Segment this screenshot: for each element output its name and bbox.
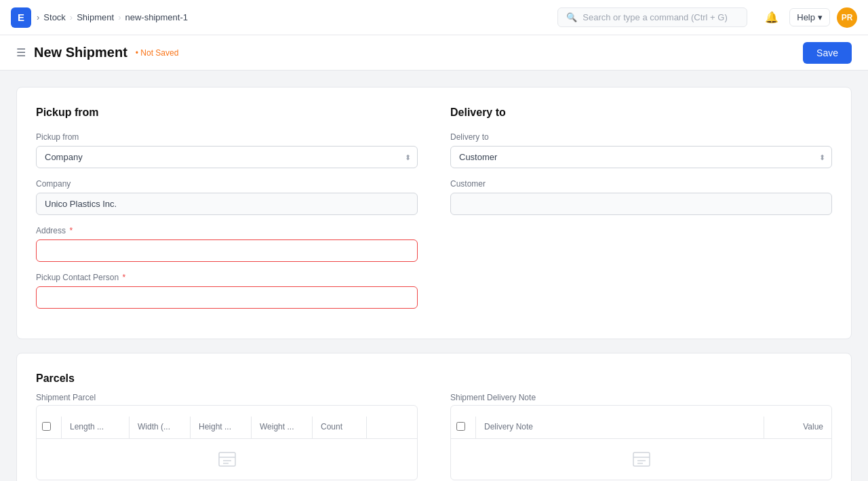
parcels-grid: Shipment Parcel Length ... Width (... [36,393,832,480]
shipment-parcel-label: Shipment Parcel [36,393,418,402]
dn-value-header: Value [764,417,831,438]
customer-label: Customer [450,179,832,189]
parcel-table: Length ... Width (... Height ... Weight … [36,405,418,480]
pickup-section-title: Pickup from [36,107,418,119]
parcel-check-col [37,417,61,438]
main-content: Pickup from Pickup from Company Warehous… [0,71,868,481]
parcels-section-title: Parcels [36,372,832,385]
parcel-count-header: Count [312,417,366,438]
address-required: * [69,226,73,235]
pickup-section: Pickup from Pickup from Company Warehous… [36,107,418,320]
help-button[interactable]: Help ▾ [789,8,830,26]
dn-check-col [451,417,475,438]
breadcrumb-stock[interactable]: Stock [43,12,66,22]
breadcrumb-sep-0: › [37,12,39,22]
address-input[interactable] [36,239,418,262]
parcel-length-header: Length ... [61,417,129,438]
contact-input[interactable] [36,286,418,309]
breadcrumb-sep-2: › [118,12,121,22]
dn-table-body [451,439,831,480]
delivery-note-table: Delivery Note Value [450,405,832,480]
avatar[interactable]: PR [837,7,857,28]
status-badge: • Not Saved [136,48,179,58]
delivery-note-label: Shipment Delivery Note [450,393,832,402]
dn-table-header: Delivery Note Value [451,417,831,439]
customer-input[interactable] [450,193,832,215]
pickup-delivery-card: Pickup from Pickup from Company Warehous… [16,87,852,339]
breadcrumb-shipment[interactable]: Shipment [77,12,114,22]
topbar: E › Stock › Shipment › new-shipment-1 🔍 … [0,0,868,35]
parcel-width-header: Width (... [129,417,190,438]
company-field: Company [36,179,418,215]
chevron-down-icon: ▾ [818,12,823,22]
dn-select-all[interactable] [456,422,465,431]
page-title: New Shipment [34,45,127,60]
parcel-select-all[interactable] [42,422,51,431]
company-label: Company [36,179,418,189]
pickup-from-label: Pickup from [36,132,418,142]
contact-required: * [122,273,125,282]
dn-note-header: Delivery Note [475,417,764,438]
parcel-weight-header: Weight ... [251,417,312,438]
app-logo[interactable]: E [11,7,31,28]
page-header: ☰ New Shipment • Not Saved Save [0,35,868,71]
customer-field: Customer [450,179,832,215]
search-bar[interactable]: 🔍 Search or type a command (Ctrl + G) [557,7,747,27]
dn-empty-icon [625,443,658,476]
parcel-action-header [366,417,387,438]
notifications-icon[interactable]: 🔔 [761,7,783,28]
contact-field: Pickup Contact Person * [36,273,418,309]
breadcrumb: › Stock › Shipment › new-shipment-1 [37,12,188,22]
breadcrumb-current: new-shipment-1 [125,12,188,22]
pickup-delivery-grid: Pickup from Pickup from Company Warehous… [36,107,832,320]
delivery-section: Delivery to Delivery to Customer Company… [450,107,832,320]
svg-rect-0 [219,453,235,466]
page-header-left: ☰ New Shipment • Not Saved [16,45,178,60]
shipment-parcel-section: Shipment Parcel Length ... Width (... [36,393,418,480]
delivery-section-title: Delivery to [450,107,832,119]
topbar-right: 🔔 Help ▾ PR [761,7,857,28]
parcel-table-header: Length ... Width (... Height ... Weight … [37,417,417,439]
delivery-note-section: Shipment Delivery Note Delivery Note Val… [450,393,832,480]
contact-label: Pickup Contact Person * [36,273,418,282]
parcel-table-body [37,439,417,480]
company-input[interactable] [36,193,418,215]
pickup-from-select[interactable]: Company Warehouse Other [36,146,418,168]
address-label: Address * [36,226,418,235]
svg-rect-4 [633,453,650,466]
delivery-to-field: Delivery to Customer Company Warehouse ⬍ [450,132,832,168]
pickup-from-field: Pickup from Company Warehouse Other ⬍ [36,132,418,168]
save-button[interactable]: Save [803,42,852,64]
parcel-empty-icon [211,443,243,476]
search-placeholder: Search or type a command (Ctrl + G) [583,12,728,22]
search-icon: 🔍 [566,12,577,22]
menu-icon[interactable]: ☰ [16,46,26,59]
breadcrumb-sep-1: › [70,12,73,22]
address-field: Address * [36,226,418,262]
parcel-height-header: Height ... [190,417,251,438]
delivery-to-label: Delivery to [450,132,832,142]
delivery-to-select[interactable]: Customer Company Warehouse [450,146,832,168]
pickup-from-select-wrapper: Company Warehouse Other ⬍ [36,146,418,168]
parcels-card: Parcels Shipment Parcel Length ... Width… [16,353,852,481]
delivery-to-select-wrapper: Customer Company Warehouse ⬍ [450,146,832,168]
